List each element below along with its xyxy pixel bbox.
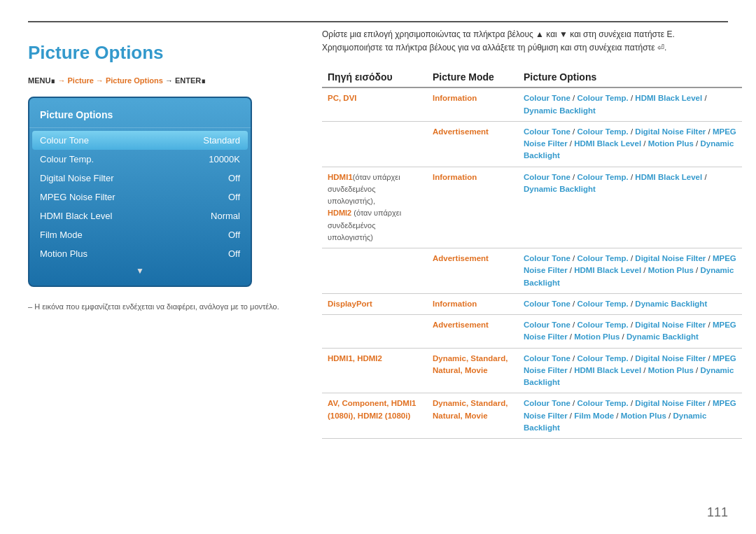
- mode-cell: Information: [427, 167, 518, 248]
- option-row-colour-temp[interactable]: Colour Temp. 10000K: [29, 150, 251, 169]
- info-table: Πηγή εισόδου Picture Mode Picture Option…: [322, 67, 742, 439]
- mode-cell: Dynamic, Standard,Natural, Movie: [427, 348, 518, 393]
- opt-link: HDMI Black Level: [574, 266, 641, 274]
- option-row-film-mode[interactable]: Film Mode Off: [29, 225, 251, 244]
- page-title: Picture Options: [28, 42, 294, 64]
- opt-link: Motion Plus: [574, 332, 620, 341]
- opt-link: Colour Temp.: [577, 254, 628, 262]
- option-label-film-mode: Film Mode: [40, 230, 83, 240]
- opt-link: Motion Plus: [648, 139, 694, 148]
- option-value-colour-temp: 10000K: [209, 154, 240, 164]
- option-row-hdmi-black[interactable]: HDMI Black Level Normal: [29, 206, 251, 225]
- mode-cell: Advertisement: [427, 121, 518, 167]
- option-row-mpeg-noise[interactable]: MPEG Noise Filter Off: [29, 188, 251, 206]
- options-cell: Colour Tone / Colour Temp. / Digital Noi…: [518, 393, 742, 439]
- table-row: Advertisement Colour Tone / Colour Temp.…: [322, 315, 742, 349]
- opt-link: Dynamic Backlight: [524, 106, 596, 115]
- options-cell: Colour Tone / Colour Temp. / Digital Noi…: [518, 121, 742, 167]
- source-cell: AV, Component, HDMI1(1080i), HDMI2 (1080…: [322, 393, 427, 439]
- opt-link: Colour Tone: [524, 127, 570, 136]
- option-value-mpeg-noise: Off: [228, 192, 240, 202]
- options-cell: Colour Tone / Colour Temp. / Digital Noi…: [518, 315, 742, 349]
- option-row-motion-plus[interactable]: Motion Plus Off: [29, 244, 251, 263]
- option-value-digital-noise: Off: [228, 173, 240, 183]
- table-row: HDMI1, HDMI2 Dynamic, Standard,Natural, …: [322, 348, 742, 393]
- option-row-colour-tone[interactable]: Colour Tone Standard: [32, 131, 248, 150]
- menu-step-picture: → Picture →: [57, 76, 105, 85]
- opt-link: Colour Tone: [524, 94, 570, 102]
- source-cell: [322, 248, 427, 294]
- opt-link: Dynamic Backlight: [626, 332, 699, 341]
- menu-step-enter: → ENTER∎: [165, 76, 206, 85]
- mode-cell: Dynamic, Standard,Natural, Movie: [427, 393, 518, 439]
- opt-link: Film Mode: [574, 412, 614, 420]
- option-value-hdmi-black: Normal: [211, 211, 240, 221]
- page-number: 111: [707, 505, 728, 520]
- opt-link: HDMI Black Level: [635, 173, 702, 181]
- col-header-options: Picture Options: [518, 67, 742, 87]
- opt-link: Dynamic Backlight: [524, 185, 596, 193]
- opt-link: Digital Noise Filter: [635, 354, 706, 363]
- col-header-source: Πηγή εισόδου: [322, 67, 427, 87]
- picture-options-panel: Picture Options Colour Tone Standard Col…: [28, 97, 252, 287]
- option-label-mpeg-noise: MPEG Noise Filter: [40, 192, 115, 202]
- table-row: Advertisement Colour Tone / Colour Temp.…: [322, 121, 742, 167]
- menu-path: MENU∎ → Picture → Picture Options → ENTE…: [28, 76, 294, 85]
- option-value-film-mode: Off: [228, 230, 240, 240]
- opt-link: Colour Tone: [524, 300, 570, 308]
- source-cell: DisplayPort: [322, 293, 427, 314]
- source-cell: HDMI1(όταν υπάρχει συνδεδεμένος υπολογισ…: [322, 167, 427, 248]
- opt-link: Digital Noise Filter: [635, 127, 706, 136]
- left-column: Picture Options MENU∎ → Picture → Pictur…: [28, 42, 294, 313]
- opt-link: Colour Temp.: [577, 321, 628, 329]
- instruction-line-1: Ορίστε μια επιλογή χρησιμοποιώντας τα πλ…: [322, 28, 742, 41]
- opt-link: HDMI Black Level: [574, 139, 641, 148]
- opt-link: Dynamic Backlight: [635, 300, 707, 308]
- opt-link: Colour Temp.: [577, 300, 628, 308]
- hdmi1-label: HDMI1: [328, 173, 353, 181]
- table-row: Advertisement Colour Tone / Colour Temp.…: [322, 248, 742, 294]
- opt-link: Colour Tone: [524, 354, 570, 363]
- opt-link: Colour Temp.: [577, 94, 628, 102]
- options-cell: Colour Tone / Colour Temp. / Digital Noi…: [518, 348, 742, 393]
- mode-cell: Information: [427, 87, 518, 121]
- option-label-digital-noise: Digital Noise Filter: [40, 173, 113, 183]
- col-header-mode: Picture Mode: [427, 67, 518, 87]
- option-row-digital-noise[interactable]: Digital Noise Filter Off: [29, 169, 251, 188]
- mode-cell: Advertisement: [427, 248, 518, 294]
- top-border: [28, 21, 728, 22]
- table-row: AV, Component, HDMI1(1080i), HDMI2 (1080…: [322, 393, 742, 439]
- option-label-colour-tone: Colour Tone: [40, 135, 89, 146]
- opt-link: HDMI Black Level: [574, 366, 641, 374]
- opt-link: HDMI Black Level: [635, 94, 702, 102]
- opt-link: Colour Tone: [524, 173, 570, 181]
- source-cell: [322, 315, 427, 349]
- option-label-motion-plus: Motion Plus: [40, 248, 88, 259]
- source-cell: HDMI1, HDMI2: [322, 348, 427, 393]
- source-cell: [322, 121, 427, 167]
- options-cell: Colour Tone / Colour Temp. / HDMI Black …: [518, 87, 742, 121]
- right-column: Ορίστε μια επιλογή χρησιμοποιώντας τα πλ…: [322, 28, 742, 439]
- scroll-down-indicator: ▼: [29, 266, 251, 279]
- table-row: PC, DVI Information Colour Tone / Colour…: [322, 87, 742, 121]
- opt-link: Digital Noise Filter: [635, 399, 706, 407]
- opt-link: Motion Plus: [621, 412, 666, 420]
- panel-title: Picture Options: [29, 105, 251, 128]
- opt-link: Colour Temp.: [577, 127, 628, 136]
- menu-icon: MENU: [28, 76, 50, 85]
- mode-cell: Information: [427, 293, 518, 314]
- mode-cell: Advertisement: [427, 315, 518, 349]
- opt-link: Colour Temp.: [577, 399, 628, 407]
- opt-link: Colour Temp.: [577, 173, 628, 181]
- opt-link: Motion Plus: [648, 366, 694, 374]
- instruction-text: Ορίστε μια επιλογή χρησιμοποιώντας τα πλ…: [322, 28, 742, 55]
- hdmi2-label: HDMI2: [328, 209, 351, 217]
- source-cell: PC, DVI: [322, 87, 427, 121]
- menu-step-options: Picture Options: [106, 76, 163, 85]
- table-row: DisplayPort Information Colour Tone / Co…: [322, 293, 742, 314]
- footnote: Η εικόνα που εμφανίζεται ενδέχεται να δι…: [28, 301, 294, 313]
- table-row: HDMI1(όταν υπάρχει συνδεδεμένος υπολογισ…: [322, 167, 742, 248]
- opt-link: Digital Noise Filter: [635, 321, 706, 329]
- opt-link: Colour Temp.: [577, 354, 628, 363]
- opt-link: Colour Tone: [524, 399, 570, 407]
